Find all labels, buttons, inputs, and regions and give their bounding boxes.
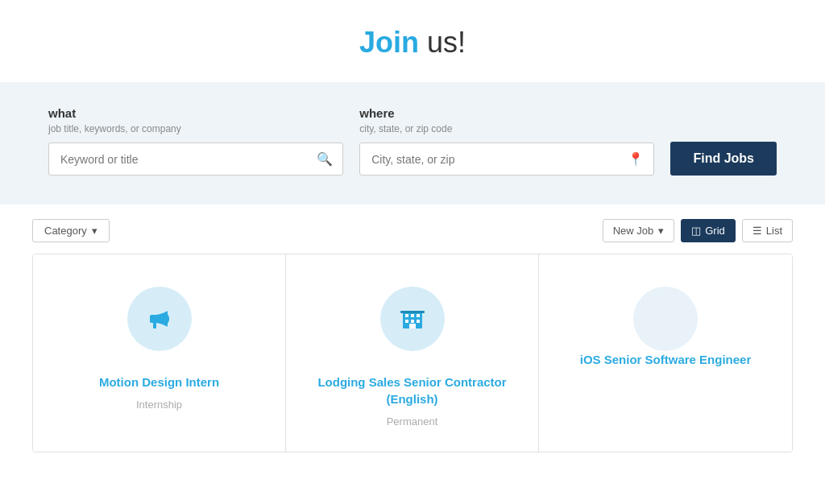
jobs-grid: Motion Design Intern Internship Lodging … xyxy=(32,254,793,452)
svg-rect-8 xyxy=(400,311,425,313)
category-label: Category xyxy=(44,225,87,237)
job-type-2: Permanent xyxy=(387,415,438,428)
header: Join us! xyxy=(0,0,825,82)
chevron-down-icon: ▾ xyxy=(92,225,97,237)
view-controls: New Job ▾ ◫ Grid ☰ List xyxy=(603,219,793,242)
svg-rect-6 xyxy=(417,320,420,323)
new-job-label: New Job xyxy=(613,225,654,237)
job-icon-placeholder-3 xyxy=(633,287,698,351)
search-what-group: what job title, keywords, or company 🔍 xyxy=(48,106,343,176)
job-title-2: Lodging Sales Senior Contractor (English… xyxy=(302,374,522,407)
job-type-1: Internship xyxy=(136,399,182,411)
job-title-1: Motion Design Intern xyxy=(99,374,219,390)
chevron-down-icon: ▾ xyxy=(658,225,664,237)
job-title-3: iOS Senior Software Engineer xyxy=(580,351,752,368)
svg-rect-5 xyxy=(411,320,414,323)
keyword-input-wrap: 🔍 xyxy=(48,143,343,176)
where-label: where xyxy=(359,106,654,120)
where-sublabel: city, state, or zip code xyxy=(359,123,654,134)
grid-label: Grid xyxy=(705,225,725,237)
grid-icon: ◫ xyxy=(691,225,701,237)
job-card-1[interactable]: Motion Design Intern Internship xyxy=(33,254,286,452)
page-title: Join us! xyxy=(16,26,809,60)
building-icon xyxy=(398,304,427,333)
grid-view-button[interactable]: ◫ Grid xyxy=(681,219,736,242)
category-button[interactable]: Category ▾ xyxy=(32,219,110,242)
new-job-button[interactable]: New Job ▾ xyxy=(603,219,675,242)
find-jobs-button[interactable]: Find Jobs xyxy=(670,142,777,176)
list-label: List xyxy=(766,225,782,237)
location-icon: 📍 xyxy=(618,143,653,175)
search-where-group: where city, state, or zip code 📍 xyxy=(359,106,654,176)
search-row: what job title, keywords, or company 🔍 w… xyxy=(48,106,777,176)
svg-rect-7 xyxy=(409,324,416,328)
svg-rect-3 xyxy=(417,314,420,317)
job-card-3[interactable]: iOS Senior Software Engineer xyxy=(539,254,792,452)
location-input[interactable] xyxy=(360,145,618,174)
search-icon: 🔍 xyxy=(307,143,342,175)
svg-rect-1 xyxy=(405,314,408,317)
megaphone-icon xyxy=(145,304,174,333)
list-view-button[interactable]: ☰ List xyxy=(742,219,793,242)
search-section: what job title, keywords, or company 🔍 w… xyxy=(0,82,825,204)
what-sublabel: job title, keywords, or company xyxy=(48,123,343,134)
title-bold: Join xyxy=(359,26,419,59)
location-input-wrap: 📍 xyxy=(359,143,654,176)
list-icon: ☰ xyxy=(752,225,762,237)
controls-bar: Category ▾ New Job ▾ ◫ Grid ☰ List xyxy=(0,204,825,254)
keyword-input[interactable] xyxy=(49,145,307,174)
what-label: what xyxy=(48,106,343,120)
jobs-section: Motion Design Intern Internship Lodging … xyxy=(0,254,825,485)
job-card-2[interactable]: Lodging Sales Senior Contractor (English… xyxy=(286,254,539,452)
svg-rect-2 xyxy=(411,314,414,317)
job-icon-wrap-1 xyxy=(127,287,192,351)
job-icon-wrap-2 xyxy=(380,287,445,351)
title-rest: us! xyxy=(419,26,466,59)
svg-rect-4 xyxy=(405,320,408,323)
